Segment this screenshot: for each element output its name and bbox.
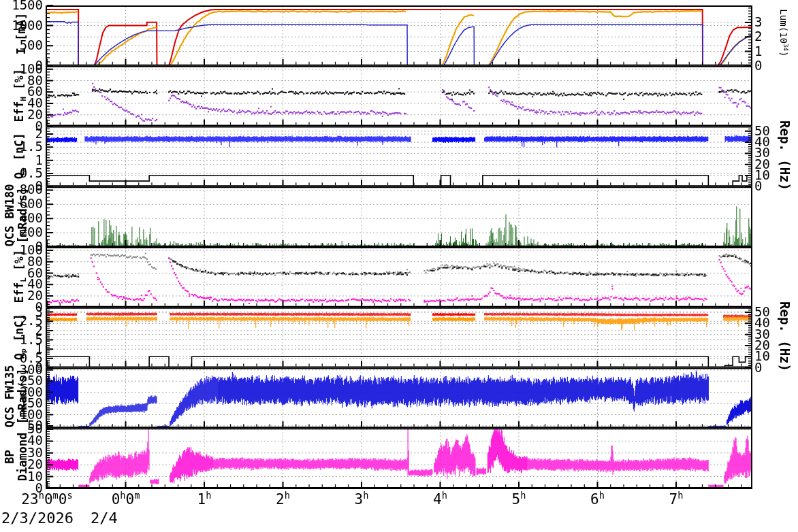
panel-beam-current-rtick-1: 1 [754,45,798,58]
panel-beam-current-rtick-0: 0 [754,59,798,72]
panel-beam-current-rtick-2: 2 [754,30,798,43]
xtick-7: 7h [615,491,737,507]
strip-chart-canvas [0,0,798,532]
panel-beam-current-rtick-3: 3 [754,16,798,29]
panel-beam-current-right-title: Lum(1034) [779,0,789,101]
date-label-next-day: 2/4 [91,511,118,526]
date-label-start: 2/3/2026 [1,511,74,526]
panel-charge-positron-right-title: Rep. (Hz) [778,269,791,405]
accelerator-strip-chart-screen: 0500100015000123I [mA]Lum(1034)020406080… [0,0,798,532]
panel-charge-electron-right-title: Rep. (Hz) [778,87,791,223]
